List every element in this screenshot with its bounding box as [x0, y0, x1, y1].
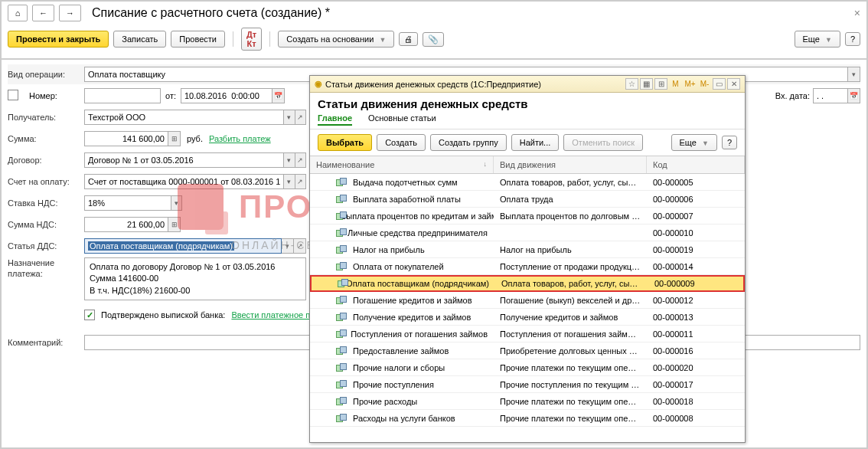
purpose-memo[interactable]: Оплата по договору Договор № 1 от 03.05.… — [84, 257, 306, 300]
currency-label: руб. — [187, 134, 203, 143]
m-minus-icon[interactable]: M- — [698, 78, 711, 90]
post-and-close-button[interactable]: Провести и закрыть — [8, 31, 109, 48]
table-row[interactable]: Прочие налоги и сборыПрочие платежи по т… — [310, 359, 745, 376]
tab-main[interactable]: Главное — [318, 112, 352, 126]
item-icon — [336, 414, 348, 423]
dt-kt-button[interactable]: ДтКт — [241, 28, 262, 51]
calendar-icon[interactable]: 📅 — [848, 88, 860, 103]
print-button[interactable]: 🖨 — [399, 32, 418, 46]
app-icon: ◉ — [315, 79, 322, 89]
dropdown-icon[interactable]: ▾ — [284, 174, 295, 189]
table-row[interactable]: Прочие поступленияПрочие поступления по … — [310, 376, 745, 393]
forward-button[interactable]: → — [59, 5, 81, 21]
item-icon — [338, 279, 341, 288]
sort-icon: ↓ — [484, 160, 488, 168]
attach-button[interactable]: 📎 — [423, 32, 444, 47]
create-based-button[interactable]: Создать на основании ▼ — [278, 31, 394, 48]
calc-icon[interactable]: ⊞ — [654, 78, 667, 90]
date-from-label: от: — [165, 91, 176, 100]
table-row[interactable]: Получение кредитов и займовПолучение кре… — [310, 309, 745, 326]
open-icon[interactable]: ↗ — [295, 110, 306, 125]
dds-grid[interactable]: Наименование↓ Вид движения Код Выдача по… — [310, 156, 745, 442]
item-icon — [336, 296, 348, 305]
col-name[interactable]: Наименование↓ — [310, 156, 494, 173]
vat-rate-input[interactable] — [84, 195, 171, 211]
vat-sum-label: Сумма НДС: — [8, 220, 84, 229]
invoice-input[interactable] — [84, 174, 284, 189]
item-icon — [336, 363, 348, 372]
dialog-title: Статьи движения денежных средств (1С:Пре… — [325, 80, 541, 89]
date-input[interactable] — [181, 88, 272, 103]
table-row[interactable]: Погашение кредитов и займовПогашение (вы… — [310, 292, 745, 309]
calc-icon[interactable]: ⊞ — [168, 131, 181, 146]
split-payment-link[interactable]: Разбить платеж — [209, 134, 271, 143]
table-row[interactable]: Оплата поставщикам (подрядчикам)Оплата т… — [310, 275, 745, 292]
sum-input[interactable] — [84, 131, 168, 146]
comment-label: Комментарий: — [8, 338, 84, 347]
table-row[interactable]: Предоставление займовПриобретение долгов… — [310, 342, 745, 359]
table-row[interactable]: Поступления от погашения займовПоступлен… — [310, 326, 745, 342]
number-input[interactable] — [84, 88, 161, 103]
item-icon — [336, 346, 348, 356]
number-label: Номер: — [29, 91, 84, 100]
select-button[interactable]: Выбрать — [318, 134, 372, 151]
close-icon[interactable]: × — [854, 7, 860, 19]
grid-icon[interactable]: ▦ — [640, 78, 653, 90]
dropdown-icon[interactable]: ▾ — [284, 110, 295, 125]
calc-icon[interactable]: ⊞ — [168, 217, 181, 232]
m-icon[interactable]: M — [669, 78, 682, 90]
more-button[interactable]: Еще ▼ — [795, 31, 840, 48]
calendar-icon[interactable]: 📅 — [272, 88, 285, 103]
dropdown-icon[interactable]: ▾ — [848, 67, 860, 82]
dropdown-icon[interactable]: ▾ — [284, 152, 295, 168]
table-row[interactable]: Расходы на услуги банковПрочие платежи п… — [310, 410, 745, 427]
item-icon — [336, 245, 348, 254]
table-row[interactable]: Прочие расходыПрочие платежи по текущим … — [310, 393, 745, 410]
open-icon[interactable]: ↗ — [294, 238, 306, 254]
dlg-help-button[interactable]: ? — [722, 136, 737, 149]
vat-rate-label: Ставка НДС: — [8, 198, 84, 208]
vh-date-input[interactable] — [813, 88, 848, 103]
table-row[interactable]: Налог на прибыльНалог на прибыль00-00001… — [310, 241, 745, 258]
dialog-heading: Статьи движения денежных средств — [310, 93, 745, 112]
col-code[interactable]: Код — [647, 156, 745, 173]
item-icon — [336, 195, 348, 204]
dds-input[interactable]: Оплата поставщикам (подрядчикам) — [84, 238, 282, 254]
contract-input[interactable] — [84, 152, 284, 168]
cancel-find-button[interactable]: Отменить поиск — [563, 134, 643, 151]
page-title: Списание с расчетного счета (создание) * — [92, 6, 330, 20]
contract-label: Договор: — [8, 156, 84, 165]
item-icon — [336, 178, 348, 187]
dropdown-icon[interactable]: ▾ — [171, 195, 182, 211]
m-plus-icon[interactable]: M+ — [684, 78, 697, 90]
create-button[interactable]: Создать — [377, 134, 426, 151]
create-group-button[interactable]: Создать группу — [430, 134, 507, 151]
minimize-icon[interactable]: ▭ — [713, 78, 726, 90]
print-checkbox[interactable] — [8, 90, 18, 100]
open-icon[interactable]: ↗ — [295, 174, 306, 189]
vat-sum-input[interactable] — [84, 217, 168, 232]
back-button[interactable]: ← — [32, 5, 54, 21]
home-button[interactable]: ⌂ — [8, 5, 28, 21]
post-button[interactable]: Провести — [171, 31, 225, 48]
write-button[interactable]: Записать — [113, 31, 166, 48]
table-row[interactable]: Выплата процентов по кредитам и займамВы… — [310, 208, 745, 224]
table-row[interactable]: Личные средства предпринимателя00-000010 — [310, 224, 745, 241]
payee-label: Получатель: — [8, 113, 84, 122]
tab-other[interactable]: Основные статьи — [368, 112, 436, 124]
col-type[interactable]: Вид движения — [494, 156, 647, 173]
payee-input[interactable] — [84, 110, 284, 125]
favorite-icon[interactable]: ☆ — [625, 78, 638, 90]
dropdown-icon[interactable]: ▾ — [282, 238, 294, 254]
item-icon — [336, 397, 348, 406]
table-row[interactable]: Выплата заработной платыОплата труда00-0… — [310, 191, 745, 208]
table-row[interactable]: Выдача подотчетных суммОплата товаров, р… — [310, 174, 745, 191]
find-button[interactable]: Найти... — [511, 134, 560, 151]
open-icon[interactable]: ↗ — [295, 152, 306, 168]
op-type-label: Вид операции: — [8, 70, 84, 79]
help-button[interactable]: ? — [845, 32, 860, 46]
close-icon[interactable]: ✕ — [727, 78, 740, 90]
dlg-more-button[interactable]: Еще ▼ — [671, 134, 717, 151]
table-row[interactable]: Оплата от покупателейПоступление от прод… — [310, 258, 745, 275]
confirmed-checkbox[interactable]: ✓ — [84, 310, 95, 320]
